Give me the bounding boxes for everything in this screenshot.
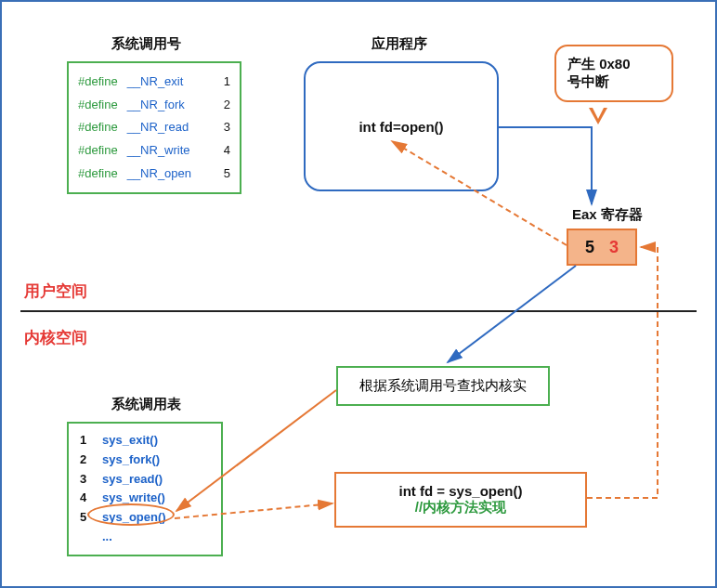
define-kw: #define (78, 94, 118, 117)
define-row: #define __NR_exit 1 (78, 71, 230, 94)
define-kw: #define (78, 163, 118, 186)
arrow-impl-to-reg (587, 247, 658, 498)
space-divider (20, 310, 697, 312)
syscall-more: ... (102, 528, 112, 547)
reg-v2: 3 (609, 238, 619, 257)
define-val: 3 (224, 116, 230, 139)
define-val: 1 (224, 71, 230, 94)
callout-tail-icon (589, 108, 607, 124)
heading-application: 应用程序 (372, 35, 427, 53)
kernel-impl-comment: //内核方法实现 (349, 499, 572, 516)
define-name: __NR_read (127, 116, 189, 139)
kernel-impl-box: int fd = sys_open() //内核方法实现 (334, 472, 587, 528)
callout-line2: 号中断 (567, 73, 660, 91)
lookup-box: 根据系统调用号查找内核实 (336, 366, 550, 406)
syscall-row: 2 sys_fork() (80, 451, 210, 470)
arrow-app-to-reg (499, 127, 592, 204)
define-val: 2 (224, 94, 230, 117)
kernel-space-label: 内核空间 (24, 327, 87, 348)
syscall-row: ... (80, 528, 210, 547)
reg-v1: 5 (585, 238, 594, 257)
syscall-idx: 1 (80, 431, 93, 451)
define-kw: #define (78, 116, 118, 139)
heading-syscall-number: 系统调用号 (111, 35, 181, 53)
syscall-idx: 3 (80, 470, 93, 490)
define-val: 5 (224, 163, 230, 186)
syscall-fn: sys_fork() (102, 451, 160, 470)
define-row: #define __NR_fork 2 (78, 94, 230, 117)
app-code: int fd=open() (358, 119, 443, 135)
define-row: #define __NR_open 5 (78, 163, 230, 186)
syscall-idx: 4 (80, 489, 93, 508)
defines-box: #define __NR_exit 1 #define __NR_fork 2 … (67, 61, 241, 194)
diagram-canvas: 系统调用号 #define __NR_exit 1 #define __NR_f… (0, 0, 717, 588)
define-name: __NR_fork (127, 94, 185, 117)
define-kw: #define (78, 71, 118, 94)
syscall-table-box: 1 sys_exit() 2 sys_fork() 3 sys_read() 4… (67, 422, 223, 556)
interrupt-callout: 产生 0x80 号中断 (554, 45, 673, 102)
register-box: 5 3 (567, 229, 637, 266)
app-box: int fd=open() (304, 61, 499, 191)
define-row: #define __NR_write 4 (78, 139, 230, 163)
arrow-reg-to-lookup (448, 266, 576, 362)
syscall-fn: sys_exit() (102, 431, 158, 451)
define-name: __NR_write (127, 139, 190, 163)
define-name: __NR_open (127, 163, 191, 186)
callout-line1: 产生 0x80 (567, 56, 660, 73)
define-val: 4 (224, 139, 230, 163)
heading-syscall-table: 系统调用表 (111, 396, 181, 413)
lookup-text: 根据系统调用号查找内核实 (359, 377, 527, 393)
define-kw: #define (78, 139, 118, 163)
syscall-idx: 2 (80, 451, 93, 470)
user-space-label: 用户空间 (24, 281, 87, 302)
define-name: __NR_exit (127, 71, 184, 94)
heading-register: Eax 寄存器 (572, 206, 643, 224)
syscall-row: 3 sys_read() (80, 470, 210, 490)
highlight-ellipse (87, 503, 175, 526)
syscall-fn: sys_read() (102, 470, 163, 490)
syscall-row: 1 sys_exit() (80, 431, 210, 451)
define-row: #define __NR_read 3 (78, 116, 230, 139)
kernel-impl-code: int fd = sys_open() (349, 483, 572, 499)
